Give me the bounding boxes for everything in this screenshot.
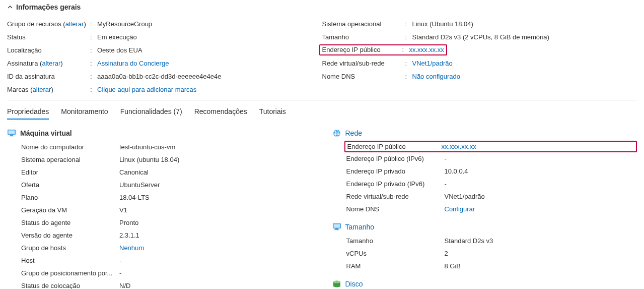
- dns-label: Nome DNS: [322, 73, 405, 80]
- size-ram-row: RAM 8 GiB: [332, 260, 637, 272]
- network-header-link[interactable]: Rede: [345, 129, 362, 137]
- vnet-value-link[interactable]: VNet1/padrão: [412, 60, 453, 67]
- vm-host-group-link[interactable]: Nenhum: [119, 244, 312, 252]
- right-props-column: Rede Endereço IP público xx.xxx.xx.xx En…: [332, 129, 637, 289]
- vnet-label: Rede virtual/sub-rede: [322, 60, 405, 67]
- os-value: Linux (Ubuntu 18.04): [412, 20, 637, 28]
- dns-value-link[interactable]: Não configurado: [412, 73, 460, 80]
- size-label: Tamanho: [322, 33, 405, 41]
- colon: :: [90, 20, 97, 28]
- vm-computer-name-value: test-ubuntu-cus-vm: [119, 143, 312, 151]
- tab-recommendations[interactable]: Recomendações: [194, 104, 247, 120]
- vm-agent-version-value: 2.3.1.1: [119, 232, 312, 239]
- public-ip-highlight: Endereço IP público : xx.xxx.xx.xx: [319, 44, 447, 55]
- resource-group-change-link[interactable]: alterar: [65, 20, 84, 28]
- vm-host-row: Host -: [7, 254, 312, 267]
- vnet-row: Rede virtual/sub-rede : VNet1/padrão: [322, 56, 637, 70]
- divider: [7, 100, 637, 100]
- network-public-ipv6-value: -: [445, 155, 637, 162]
- subscription-change-link[interactable]: alterar: [42, 60, 60, 67]
- size-ram-value: 8 GiB: [445, 262, 637, 270]
- vm-generation-row: Geração da VM V1: [7, 204, 312, 216]
- vm-computer-name-row: Nome do computador test-ubuntu-cus-vm: [7, 141, 312, 153]
- disk-icon: [332, 279, 341, 288]
- os-label: Sistema operacional: [322, 20, 405, 28]
- vm-column: Máquina virtual Nome do computador test-…: [7, 129, 312, 289]
- location-label: Localização: [7, 46, 90, 54]
- network-public-ip-label: Endereço IP público: [346, 143, 442, 150]
- essentials-left-column: Grupo de recursos (alterar) : MyResource…: [7, 17, 322, 96]
- network-dns-configure-link[interactable]: Configurar: [445, 205, 637, 213]
- public-ip-value-link[interactable]: xx.xxx.xx.xx: [409, 46, 444, 53]
- properties-body: Máquina virtual Nome do computador test-…: [7, 129, 637, 289]
- vm-agent-version-row: Versão do agente 2.3.1.1: [7, 229, 312, 242]
- tab-tutorials[interactable]: Tutoriais: [259, 104, 286, 120]
- subscription-value-link[interactable]: Assinatura do Concierge: [97, 60, 169, 67]
- public-ip-row-essentials: Endereço IP público : xx.xxx.xx.xx: [322, 43, 637, 56]
- disk-header: Disco: [332, 279, 637, 288]
- location-value: Oeste dos EUA: [97, 46, 322, 54]
- network-private-ip-row: Endereço IP privado 10.0.0.4: [332, 165, 637, 178]
- network-dns-row: Nome DNS Configurar: [332, 203, 637, 215]
- size-vcpu-value: 2: [445, 250, 637, 257]
- svg-rect-2: [10, 135, 13, 136]
- tab-capabilities[interactable]: Funcionalidades (7): [120, 104, 182, 120]
- subscription-id-value: aaaa0a0a-bb1b-cc2c-dd3d-eeeeee4e4e4e: [97, 73, 322, 80]
- network-public-ip-link[interactable]: xx.xxx.xx.xx: [442, 143, 476, 150]
- size-header-link[interactable]: Tamanho: [345, 223, 375, 231]
- location-row: Localização : Oeste dos EUA: [7, 43, 322, 56]
- vm-host-group-row: Grupo de hosts Nenhum: [7, 242, 312, 254]
- subscription-label: Assinatura (alterar): [7, 60, 90, 67]
- vm-plan-row: Plano 18.04-LTS: [7, 191, 312, 204]
- chevron-up-icon: [7, 4, 13, 10]
- vm-offer-row: Oferta UbuntuServer: [7, 179, 312, 191]
- network-private-ipv6-row: Endereço IP privado (IPv6) -: [332, 178, 637, 190]
- essentials-title: Informações gerais: [16, 3, 81, 11]
- size-size-value: Standard D2s v3: [445, 237, 637, 245]
- svg-rect-8: [333, 224, 340, 228]
- vm-coloc-row: Status de colocação N/D: [7, 279, 312, 289]
- tags-add-link[interactable]: Clique aqui para adicionar marcas: [97, 86, 196, 93]
- svg-rect-3: [9, 136, 14, 136]
- svg-rect-1: [9, 131, 15, 134]
- network-vnet-value: VNet1/padrão: [445, 193, 637, 200]
- status-label: Status: [7, 33, 90, 41]
- network-private-ipv6-value: -: [445, 180, 637, 188]
- subscription-row: Assinatura (alterar) : Assinatura do Con…: [7, 56, 322, 70]
- status-value: Em execução: [97, 33, 322, 41]
- os-row: Sistema operacional : Linux (Ubuntu 18.0…: [322, 17, 637, 30]
- tags-label: Marcas (alterar): [7, 86, 90, 93]
- network-public-ipv6-row: Endereço IP público (IPv6) -: [332, 152, 637, 165]
- size-header: Tamanho: [332, 222, 637, 232]
- vm-publisher-value: Canonical: [119, 168, 312, 176]
- size-row: Tamanho : Standard D2s v3 (2 vCPUs, 8 Gi…: [322, 30, 637, 43]
- dns-row: Nome DNS : Não configurado: [322, 70, 637, 83]
- tab-properties[interactable]: Propriedades: [7, 104, 49, 120]
- tab-strip: Propriedades Monitoramento Funcionalidad…: [7, 104, 637, 120]
- size-vcpu-row: vCPUs 2: [332, 247, 637, 260]
- resource-group-value: MyResourceGroup: [97, 20, 322, 28]
- essentials-grid: Grupo de recursos (alterar) : MyResource…: [7, 17, 637, 96]
- network-header: Rede: [332, 129, 637, 138]
- disk-header-link[interactable]: Disco: [345, 280, 363, 288]
- vm-agent-status-row: Status do agente Pronto: [7, 216, 312, 229]
- network-public-ip-highlight: Endereço IP público xx.xxx.xx.xx: [344, 141, 637, 152]
- vm-icon: [7, 129, 16, 138]
- svg-rect-9: [335, 228, 338, 229]
- vm-ppg-row: Grupo de posicionamento por... -: [7, 267, 312, 279]
- vm-publisher-row: Editor Canonical: [7, 166, 312, 179]
- public-ip-label: Endereço IP público: [322, 46, 402, 53]
- globe-icon: [332, 129, 341, 138]
- vm-coloc-value: N/D: [119, 282, 312, 289]
- subscription-id-row: ID da assinatura : aaaa0a0a-bb1b-cc2c-dd…: [7, 70, 322, 83]
- essentials-header[interactable]: Informações gerais: [7, 3, 637, 11]
- vm-header: Máquina virtual: [7, 129, 312, 138]
- tab-monitoring[interactable]: Monitoramento: [61, 104, 108, 120]
- vm-plan-value: 18.04-LTS: [119, 194, 312, 201]
- vm-header-text: Máquina virtual: [20, 129, 72, 137]
- vm-os-value: Linux (ubuntu 18.04): [119, 156, 312, 163]
- vm-ppg-value: -: [119, 269, 312, 277]
- vm-agent-status-value: Pronto: [119, 219, 312, 226]
- status-row: Status : Em execução: [7, 30, 322, 43]
- tags-change-link[interactable]: alterar: [33, 86, 51, 93]
